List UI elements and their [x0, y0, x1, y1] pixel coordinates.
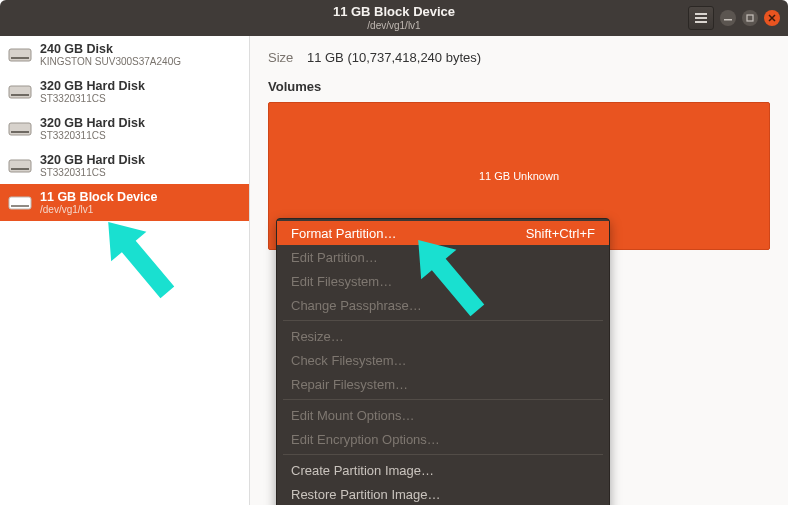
titlebar: 11 GB Block Device /dev/vg1/lv1 — [0, 0, 788, 36]
menu-item-label: Change Passphrase… — [291, 298, 422, 313]
sidebar-item-block-device[interactable]: 11 GB Block Device /dev/vg1/lv1 — [0, 184, 249, 221]
svg-rect-4 — [747, 15, 753, 21]
hard-disk-icon — [8, 157, 32, 175]
svg-rect-11 — [9, 160, 31, 172]
svg-rect-7 — [9, 86, 31, 98]
svg-rect-12 — [11, 168, 29, 170]
hard-disk-icon — [8, 46, 32, 64]
menu-item-restore-partition-image[interactable]: Restore Partition Image… — [277, 482, 609, 505]
svg-rect-8 — [11, 94, 29, 96]
menu-separator — [283, 320, 603, 321]
menu-item-format-partition[interactable]: Format Partition… Shift+Ctrl+F — [277, 221, 609, 245]
menu-item-label: Check Filesystem… — [291, 353, 407, 368]
menu-separator — [283, 454, 603, 455]
partition-context-menu: Format Partition… Shift+Ctrl+F Edit Part… — [276, 218, 610, 505]
menu-item-change-passphrase[interactable]: Change Passphrase… — [277, 293, 609, 317]
menu-item-create-partition-image[interactable]: Create Partition Image… — [277, 458, 609, 482]
menu-item-edit-encryption-options[interactable]: Edit Encryption Options… — [277, 427, 609, 451]
svg-rect-5 — [9, 49, 31, 61]
sidebar-item-disk[interactable]: 320 GB Hard Disk ST3320311CS — [0, 110, 249, 147]
disk-model: ST3320311CS — [40, 93, 145, 104]
sidebar-item-disk[interactable]: 320 GB Hard Disk ST3320311CS — [0, 73, 249, 110]
size-label: Size — [268, 50, 293, 65]
close-button[interactable] — [764, 10, 780, 26]
disk-model: KINGSTON SUV300S37A240G — [40, 56, 181, 67]
menu-item-repair-filesystem[interactable]: Repair Filesystem… — [277, 372, 609, 396]
size-row: Size 11 GB (10,737,418,240 bytes) — [268, 50, 770, 65]
disk-name: 320 GB Hard Disk — [40, 153, 145, 167]
disk-name: 320 GB Hard Disk — [40, 116, 145, 130]
block-device-icon — [8, 194, 32, 212]
sidebar-item-disk[interactable]: 240 GB Disk KINGSTON SUV300S37A240G — [0, 36, 249, 73]
disk-name: 320 GB Hard Disk — [40, 79, 145, 93]
disk-name: 11 GB Block Device — [40, 190, 157, 204]
svg-rect-6 — [11, 57, 29, 59]
menu-item-label: Edit Filesystem… — [291, 274, 392, 289]
svg-rect-13 — [9, 197, 31, 209]
close-icon — [768, 14, 776, 22]
menu-item-resize[interactable]: Resize… — [277, 324, 609, 348]
menu-item-shortcut: Shift+Ctrl+F — [526, 226, 595, 241]
svg-rect-14 — [11, 205, 29, 207]
sidebar-item-disk[interactable]: 320 GB Hard Disk ST3320311CS — [0, 147, 249, 184]
svg-rect-9 — [9, 123, 31, 135]
menu-button[interactable] — [688, 6, 714, 30]
svg-rect-0 — [695, 13, 707, 15]
disk-model: ST3320311CS — [40, 130, 145, 141]
minimize-icon — [724, 14, 732, 22]
disk-path: /dev/vg1/lv1 — [40, 204, 157, 215]
volumes-heading: Volumes — [268, 79, 770, 94]
svg-rect-3 — [724, 19, 732, 21]
disk-model: ST3320311CS — [40, 167, 145, 178]
svg-rect-1 — [695, 17, 707, 19]
menu-item-label: Repair Filesystem… — [291, 377, 408, 392]
menu-item-edit-partition[interactable]: Edit Partition… — [277, 245, 609, 269]
maximize-button[interactable] — [742, 10, 758, 26]
device-list: 240 GB Disk KINGSTON SUV300S37A240G 320 … — [0, 36, 250, 505]
minimize-button[interactable] — [720, 10, 736, 26]
menu-item-label: Restore Partition Image… — [291, 487, 441, 502]
menu-item-edit-filesystem[interactable]: Edit Filesystem… — [277, 269, 609, 293]
svg-rect-2 — [695, 21, 707, 23]
menu-item-edit-mount-options[interactable]: Edit Mount Options… — [277, 403, 609, 427]
menu-item-label: Edit Encryption Options… — [291, 432, 440, 447]
size-value: 11 GB (10,737,418,240 bytes) — [307, 50, 481, 65]
menu-item-label: Edit Partition… — [291, 250, 378, 265]
window-subtitle: /dev/vg1/lv1 — [0, 20, 788, 31]
window-title: 11 GB Block Device — [0, 5, 788, 19]
menu-item-label: Resize… — [291, 329, 344, 344]
menu-item-label: Create Partition Image… — [291, 463, 434, 478]
menu-item-label: Edit Mount Options… — [291, 408, 415, 423]
hamburger-icon — [695, 13, 707, 23]
menu-separator — [283, 399, 603, 400]
volume-label: 11 GB Unknown — [479, 170, 559, 182]
maximize-icon — [746, 14, 754, 22]
menu-item-label: Format Partition… — [291, 226, 396, 241]
hard-disk-icon — [8, 120, 32, 138]
menu-item-check-filesystem[interactable]: Check Filesystem… — [277, 348, 609, 372]
hard-disk-icon — [8, 83, 32, 101]
disk-name: 240 GB Disk — [40, 42, 181, 56]
svg-rect-10 — [11, 131, 29, 133]
